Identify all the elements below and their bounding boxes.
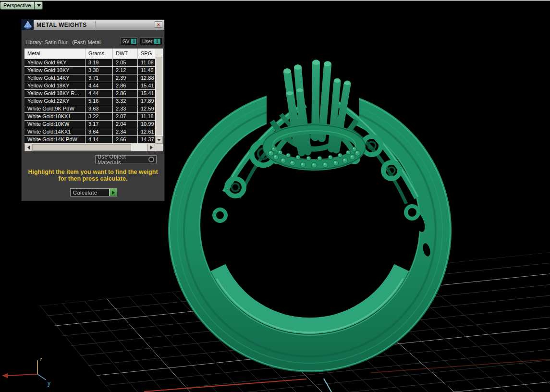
cell-metal: White Gold:10KW [24,121,86,128]
cell-dwt: 2.34 [113,128,138,136]
cell-grams: 3.30 [86,67,113,74]
cell-grams: 3.22 [86,113,113,121]
titlebar-divider [95,21,96,29]
vertical-scroll-thumb[interactable] [156,57,162,135]
close-button[interactable]: × [155,21,162,28]
cell-spg: 11.18 [138,113,155,121]
table-row[interactable]: Yellow Gold:14KY3.712.3912.88 [24,74,155,82]
horizontal-scroll-thumb[interactable] [32,144,131,151]
table-row[interactable]: Yellow Gold:10KY3.302.1211.45 [24,67,155,74]
cell-metal: White Gold:10KX1 [24,113,86,121]
table-row[interactable]: Yellow Gold:22KY5.163.3217.89 [24,98,155,105]
table-row[interactable]: Yellow Gold:18KY R...4.442.8615.41 [24,90,155,98]
col-header-metal[interactable]: Metal [24,49,86,59]
cell-grams: 4.14 [86,136,113,144]
cell-dwt: 3.32 [113,98,138,105]
calculate-button[interactable]: Calculate [70,188,117,196]
cell-metal: White Gold:14K PdW [24,136,86,144]
table-row[interactable]: Yellow Gold:9KY3.192.0511.08 [24,59,155,67]
table-header: Metal Grams DWT SPG [24,49,163,59]
viewport-label-group: Perspective [0,1,43,10]
scroll-right-button[interactable] [147,144,155,151]
scroll-left-icon [27,146,30,149]
user-button[interactable]: User [140,37,162,45]
cell-dwt: 2.04 [113,121,138,128]
viewport-stage: z y Perspective METAL WEIGHTS × Library:… [0,0,550,392]
table-row[interactable]: White Gold:10KX13.222.0711.18 [24,113,155,121]
table-row[interactable]: Yellow Gold:18KY4.442.8615.41 [24,82,155,90]
metal-weights-table: Metal Grams DWT SPG Yellow Gold:9KY3.192… [24,49,163,151]
metal-weights-dialog: METAL WEIGHTS × Library: Satin Blur - (F… [21,19,165,201]
user-toggle-icon[interactable] [154,38,160,44]
scrollbar-corner [155,144,163,151]
gv-toggle-icon[interactable] [131,38,136,44]
gv-button-label: GV [122,39,129,44]
dropdown-radio-icon [148,157,154,162]
cell-dwt: 2.07 [113,113,138,121]
col-header-spg[interactable]: SPG [138,49,155,59]
cell-dwt: 2.66 [113,136,138,144]
cell-metal: Yellow Gold:14KY [24,74,86,82]
col-header-dwt[interactable]: DWT [113,49,138,59]
cell-spg: 10.99 [138,121,155,128]
cell-grams: 3.64 [86,128,113,136]
horizontal-scroll-track[interactable] [32,144,147,151]
calculate-go-button[interactable] [109,189,117,196]
cell-dwt: 2.39 [113,74,138,82]
cell-spg: 14.37 [138,136,155,144]
col-header-grams[interactable]: Grams [86,49,113,59]
cell-spg: 15.41 [138,90,155,98]
dialog-titlebar[interactable]: METAL WEIGHTS × [22,20,164,30]
cell-dwt: 2.12 [113,67,138,74]
cell-metal: White Gold:9K PdW [24,105,86,113]
materials-dropdown-value: Use Object Materials [98,154,148,165]
vertical-scrollbar[interactable] [155,49,163,144]
table-row[interactable]: White Gold:10KW3.172.0410.99 [24,121,155,128]
instruction-line1: Highlight the item you want to find the … [22,169,164,175]
cell-grams: 3.17 [86,121,113,128]
cell-metal: Yellow Gold:10KY [24,67,86,74]
cell-metal: Yellow Gold:18KY [24,82,86,90]
ring-model[interactable] [168,60,452,372]
viewport-label[interactable]: Perspective [0,1,35,10]
cell-spg: 11.08 [138,59,155,67]
x-axis-arrow-icon [2,373,8,378]
calculate-button-label: Calculate [71,190,109,196]
viewport-label-dropdown[interactable] [35,1,43,10]
utility-cone-icon [22,20,34,30]
cell-grams: 4.44 [86,90,113,98]
play-icon [112,191,115,195]
cell-grams: 3.71 [86,74,113,82]
cell-metal: Yellow Gold:18KY R... [24,90,86,98]
dialog-title: METAL WEIGHTS [37,22,87,28]
cell-grams: 3.19 [86,59,113,67]
axis-gizmo: z y [2,356,50,387]
cell-spg: 11.45 [138,67,155,74]
chevron-down-icon [37,4,41,7]
library-label: Library: Satin Blur - (Fast)-Metal [25,39,100,45]
cell-spg: 17.89 [138,98,155,105]
cell-dwt: 2.86 [113,82,138,90]
user-button-label: User [142,39,152,44]
table-row[interactable]: White Gold:9K PdW3.632.3312.59 [24,105,155,113]
table-row[interactable]: White Gold:14K PdW4.142.6614.37 [24,136,155,144]
scroll-right-icon [150,146,153,149]
cell-metal: Yellow Gold:22KY [24,98,86,105]
scroll-left-button[interactable] [24,144,32,151]
materials-dropdown[interactable]: Use Object Materials [95,155,157,163]
cell-dwt: 2.33 [113,105,138,113]
gizmo-z-label: z [39,356,42,363]
cell-dwt: 2.86 [113,90,138,98]
cell-spg: 12.61 [138,128,155,136]
cell-spg: 15.41 [138,82,155,90]
horizontal-scrollbar[interactable] [24,144,163,151]
cell-spg: 12.59 [138,105,155,113]
cell-metal: Yellow Gold:9KY [24,59,86,67]
table-body: Yellow Gold:9KY3.192.0511.08 Yellow Gold… [24,59,155,144]
cell-metal: White Gold:14KX1 [24,128,86,136]
gizmo-y-label: y [48,380,50,387]
cell-spg: 12.88 [138,74,155,82]
gv-button[interactable]: GV [120,37,138,45]
scroll-down-button[interactable] [155,136,163,144]
table-row[interactable]: White Gold:14KX13.642.3412.61 [24,128,155,136]
